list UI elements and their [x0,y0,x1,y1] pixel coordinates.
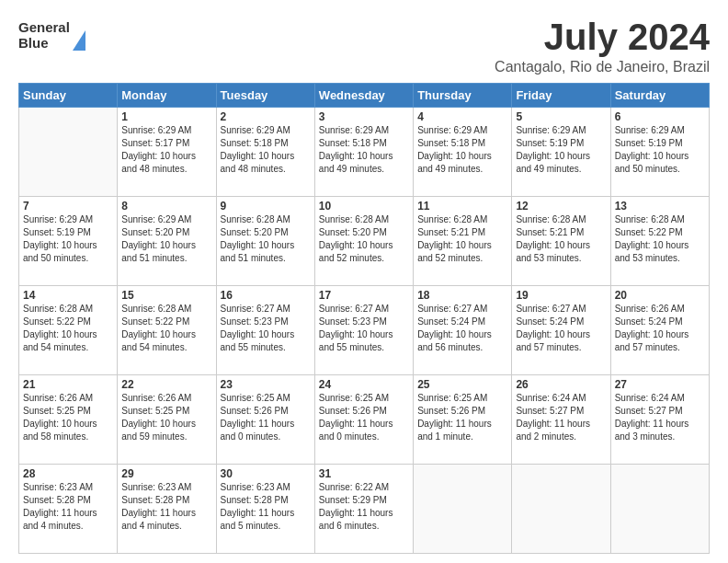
subtitle: Cantagalo, Rio de Janeiro, Brazil [495,59,710,75]
logo-line1: General [18,20,70,36]
calendar-cell: 2Sunrise: 6:29 AM Sunset: 5:18 PM Daylig… [216,108,314,197]
calendar-cell: 29Sunrise: 6:23 AM Sunset: 5:28 PM Dayli… [118,465,216,554]
day-info: Sunrise: 6:29 AM Sunset: 5:19 PM Dayligh… [516,124,606,176]
day-info: Sunrise: 6:27 AM Sunset: 5:23 PM Dayligh… [319,303,409,354]
day-number: 6 [615,110,705,123]
day-number: 2 [221,110,311,123]
day-number: 10 [319,200,409,213]
calendar-cell: 27Sunrise: 6:24 AM Sunset: 5:27 PM Dayli… [610,375,709,465]
day-number: 26 [516,378,606,391]
calendar-cell: 8Sunrise: 6:29 AM Sunset: 5:20 PM Daylig… [118,197,216,286]
calendar-header-friday: Friday [512,84,610,108]
logo-triangle-icon [73,30,85,51]
day-number: 5 [516,110,606,123]
day-number: 30 [221,467,311,480]
day-info: Sunrise: 6:26 AM Sunset: 5:25 PM Dayligh… [23,392,113,443]
day-number: 20 [615,289,705,302]
day-number: 24 [319,378,409,391]
calendar-cell: 25Sunrise: 6:25 AM Sunset: 5:26 PM Dayli… [414,375,512,465]
calendar-cell: 5Sunrise: 6:29 AM Sunset: 5:19 PM Daylig… [512,108,610,197]
day-number: 1 [121,110,211,123]
day-number: 8 [121,200,211,213]
calendar-cell: 19Sunrise: 6:27 AM Sunset: 5:24 PM Dayli… [512,286,610,375]
day-info: Sunrise: 6:24 AM Sunset: 5:27 PM Dayligh… [615,392,705,443]
day-info: Sunrise: 6:24 AM Sunset: 5:27 PM Dayligh… [516,392,606,443]
day-info: Sunrise: 6:29 AM Sunset: 5:19 PM Dayligh… [615,124,705,176]
day-info: Sunrise: 6:26 AM Sunset: 5:24 PM Dayligh… [615,303,705,354]
day-number: 7 [23,200,113,213]
calendar-cell: 28Sunrise: 6:23 AM Sunset: 5:28 PM Dayli… [19,465,118,554]
calendar-cell: 12Sunrise: 6:28 AM Sunset: 5:21 PM Dayli… [512,197,610,286]
day-number: 4 [417,110,507,123]
calendar-header-tuesday: Tuesday [216,84,314,108]
day-number: 17 [319,289,409,302]
day-number: 12 [516,200,606,213]
day-number: 31 [319,467,409,480]
day-info: Sunrise: 6:25 AM Sunset: 5:26 PM Dayligh… [417,392,507,443]
day-info: Sunrise: 6:23 AM Sunset: 5:28 PM Dayligh… [23,481,113,533]
calendar-cell: 30Sunrise: 6:23 AM Sunset: 5:28 PM Dayli… [216,465,314,554]
day-number: 11 [417,200,507,213]
day-number: 13 [615,200,705,213]
day-info: Sunrise: 6:29 AM Sunset: 5:18 PM Dayligh… [319,124,409,176]
calendar-week-row: 28Sunrise: 6:23 AM Sunset: 5:28 PM Dayli… [19,465,710,554]
day-info: Sunrise: 6:27 AM Sunset: 5:23 PM Dayligh… [221,303,311,354]
logo-text: General Blue [18,20,70,51]
header: General Blue July 2024 Cantagalo, Rio de… [18,17,710,75]
calendar-cell: 22Sunrise: 6:26 AM Sunset: 5:25 PM Dayli… [118,375,216,465]
calendar-week-row: 7Sunrise: 6:29 AM Sunset: 5:19 PM Daylig… [19,197,710,286]
day-info: Sunrise: 6:23 AM Sunset: 5:28 PM Dayligh… [221,481,311,533]
day-number: 21 [23,378,113,391]
day-info: Sunrise: 6:28 AM Sunset: 5:22 PM Dayligh… [121,303,211,354]
calendar-cell: 20Sunrise: 6:26 AM Sunset: 5:24 PM Dayli… [610,286,709,375]
day-info: Sunrise: 6:28 AM Sunset: 5:21 PM Dayligh… [516,213,606,265]
calendar-week-row: 14Sunrise: 6:28 AM Sunset: 5:22 PM Dayli… [19,286,710,375]
calendar-cell [19,108,118,197]
logo-line2: Blue [18,36,70,52]
day-number: 16 [221,289,311,302]
day-info: Sunrise: 6:25 AM Sunset: 5:26 PM Dayligh… [319,392,409,443]
calendar-header-saturday: Saturday [610,84,709,108]
calendar-cell: 18Sunrise: 6:27 AM Sunset: 5:24 PM Dayli… [414,286,512,375]
day-info: Sunrise: 6:25 AM Sunset: 5:26 PM Dayligh… [221,392,311,443]
day-info: Sunrise: 6:28 AM Sunset: 5:21 PM Dayligh… [417,213,507,265]
day-number: 27 [615,378,705,391]
calendar-cell: 11Sunrise: 6:28 AM Sunset: 5:21 PM Dayli… [414,197,512,286]
day-number: 15 [121,289,211,302]
calendar-cell: 21Sunrise: 6:26 AM Sunset: 5:25 PM Dayli… [19,375,118,465]
day-number: 14 [23,289,113,302]
day-info: Sunrise: 6:28 AM Sunset: 5:22 PM Dayligh… [615,213,705,265]
day-info: Sunrise: 6:29 AM Sunset: 5:19 PM Dayligh… [23,213,113,265]
calendar-cell: 9Sunrise: 6:28 AM Sunset: 5:20 PM Daylig… [216,197,314,286]
calendar-header-monday: Monday [118,84,216,108]
day-info: Sunrise: 6:26 AM Sunset: 5:25 PM Dayligh… [121,392,211,443]
calendar-header-thursday: Thursday [414,84,512,108]
calendar-cell: 10Sunrise: 6:28 AM Sunset: 5:20 PM Dayli… [314,197,413,286]
calendar-cell: 6Sunrise: 6:29 AM Sunset: 5:19 PM Daylig… [610,108,709,197]
page: General Blue July 2024 Cantagalo, Rio de… [0,0,728,563]
day-number: 22 [121,378,211,391]
calendar-cell [512,465,610,554]
day-info: Sunrise: 6:27 AM Sunset: 5:24 PM Dayligh… [417,303,507,354]
calendar-cell: 15Sunrise: 6:28 AM Sunset: 5:22 PM Dayli… [118,286,216,375]
day-number: 23 [221,378,311,391]
day-info: Sunrise: 6:23 AM Sunset: 5:28 PM Dayligh… [121,481,211,533]
calendar-cell: 17Sunrise: 6:27 AM Sunset: 5:23 PM Dayli… [314,286,413,375]
day-info: Sunrise: 6:29 AM Sunset: 5:18 PM Dayligh… [417,124,507,176]
calendar-cell: 13Sunrise: 6:28 AM Sunset: 5:22 PM Dayli… [610,197,709,286]
calendar-week-row: 21Sunrise: 6:26 AM Sunset: 5:25 PM Dayli… [19,375,710,465]
calendar-header-row: SundayMondayTuesdayWednesdayThursdayFrid… [19,84,710,108]
calendar-cell: 31Sunrise: 6:22 AM Sunset: 5:29 PM Dayli… [314,465,413,554]
calendar-cell: 23Sunrise: 6:25 AM Sunset: 5:26 PM Dayli… [216,375,314,465]
day-number: 28 [23,467,113,480]
calendar-header-wednesday: Wednesday [314,84,413,108]
day-number: 25 [417,378,507,391]
calendar-cell: 26Sunrise: 6:24 AM Sunset: 5:27 PM Dayli… [512,375,610,465]
calendar-cell [610,465,709,554]
day-number: 29 [121,467,211,480]
calendar-cell: 4Sunrise: 6:29 AM Sunset: 5:18 PM Daylig… [414,108,512,197]
calendar-cell: 3Sunrise: 6:29 AM Sunset: 5:18 PM Daylig… [314,108,413,197]
title-block: July 2024 Cantagalo, Rio de Janeiro, Bra… [495,17,710,75]
calendar-cell: 24Sunrise: 6:25 AM Sunset: 5:26 PM Dayli… [314,375,413,465]
calendar-cell: 16Sunrise: 6:27 AM Sunset: 5:23 PM Dayli… [216,286,314,375]
